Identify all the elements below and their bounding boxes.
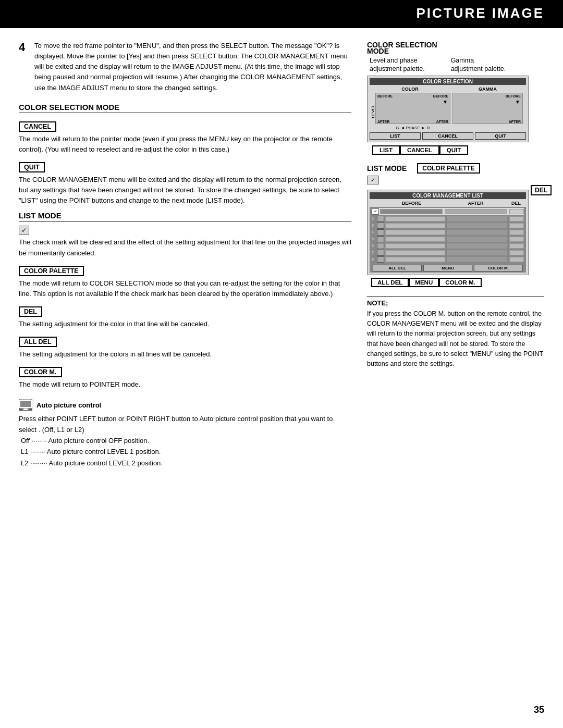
list-mode-section: LIST MODE ✓ The check mark will be clear…	[19, 211, 351, 390]
auto-picture-icon	[19, 399, 32, 411]
lm-swatch-after-8	[447, 257, 507, 262]
lm-swatch-after-2	[447, 216, 507, 221]
cs-inner: COLOR LEVEL BEFORE BEFORE ▼	[370, 87, 526, 130]
color-m-big-btn: COLOR M.	[439, 278, 482, 287]
lm-row-4: 4	[372, 229, 524, 236]
quit-description: The COLOR MANAGEMENT menu will be exited…	[19, 175, 351, 206]
lm-row-8: 8	[372, 256, 524, 263]
lm-check-6	[377, 243, 384, 249]
level-palette-label: Level and phase adjustment palette.	[370, 56, 425, 73]
lm-del-header: DEL	[508, 201, 524, 206]
lm-swatch-after-1	[445, 209, 507, 214]
lm-check-3	[377, 223, 384, 229]
cs-gamma-box: BEFORE ▼ AFTER	[452, 93, 523, 124]
lm-title: COLOR MANAGEMENT LIST	[370, 192, 526, 199]
note-section: NOTE; If you press the COLOR M. button o…	[367, 297, 544, 369]
lm-colorm-inside: COLOR M.	[474, 265, 523, 272]
step-number: 4	[19, 41, 29, 93]
cs-phase-row: G ◄ PHASE ► R	[375, 126, 450, 130]
lm-del-2	[509, 216, 524, 221]
lm-swatch-before-2	[385, 216, 445, 221]
lm-swatch-before-5	[385, 237, 445, 242]
cs-list-btn-inside: LIST	[370, 132, 421, 140]
lm-alldel-inside: ALL DEL	[373, 265, 422, 272]
cs-gamma-panel: GAMMA BEFORE ▼ AFTER	[452, 87, 523, 130]
page-title: PICTURE IMAGE	[0, 5, 544, 21]
lm-del-3	[509, 223, 524, 228]
lm-check-indicator: ✓	[367, 176, 529, 187]
lm-row-7: 7	[372, 250, 524, 256]
lm-swatch-before-1	[380, 209, 443, 214]
step-4-intro: 4 To move the red frame pointer to "MENU…	[19, 41, 351, 93]
lm-swatch-after-5	[447, 237, 507, 242]
check-description: The check mark will be cleared and the e…	[19, 237, 351, 258]
cancel-description: The mode will return to the pointer mode…	[19, 134, 351, 155]
del-description: The setting adjustment for the color in …	[19, 319, 351, 329]
lm-after-header: AFTER	[444, 201, 507, 206]
lm-del-4	[509, 230, 524, 235]
check-icon: ✓	[19, 226, 29, 235]
lm-row-6: 6	[372, 243, 524, 249]
lm-check-4	[377, 229, 384, 236]
del-label-box: DEL	[19, 302, 351, 319]
del-label: DEL	[19, 306, 42, 317]
cancel-bottom-btn: CANCEL	[400, 145, 439, 155]
quit-button-label: QUIT	[19, 158, 351, 175]
lm-check-1: ✓	[372, 208, 379, 215]
color-selection-diagram: COLOR SELECTION COLOR LEVEL BEFORE BEFOR…	[367, 76, 529, 142]
menu-big-btn: MENU	[409, 278, 439, 287]
all-del-description: The setting adjustment for the colors in…	[19, 349, 351, 360]
lm-swatch-before-6	[385, 243, 445, 249]
cs-gamma-header: GAMMA	[452, 87, 523, 92]
lm-del-7	[509, 250, 524, 255]
color-palette-label: COLOR PALETTE	[19, 266, 84, 276]
auto-picture-row: Auto picture control	[19, 399, 351, 411]
lm-del-5	[509, 237, 524, 242]
gamma-after: AFTER	[509, 120, 521, 124]
lm-del-1	[509, 209, 524, 214]
lm-swatch-before-7	[385, 250, 445, 255]
lm-big-labels-row: ALL DEL MENU COLOR M.	[367, 278, 544, 287]
lm-del-8	[509, 257, 524, 262]
svg-rect-1	[20, 401, 31, 407]
color-m-description: The mode will return to POINTER mode.	[19, 379, 351, 390]
lm-check-7	[377, 250, 384, 256]
before-label-left: BEFORE	[377, 94, 393, 98]
palette-labels-row: Level and phase adjustment palette. Gamm…	[367, 56, 544, 73]
lm-swatch-after-6	[447, 243, 507, 249]
auto-pic-l2: L2 ········· Auto picture control LEVEL …	[21, 458, 351, 468]
cs-color-box: BEFORE BEFORE ▼ AFTER AFTER	[375, 93, 450, 124]
level-label-vert: LEVEL	[370, 105, 375, 118]
left-column: 4 To move the red frame pointer to "MENU…	[19, 41, 351, 474]
main-content: 4 To move the red frame pointer to "MENU…	[0, 28, 563, 474]
quit-bottom-btn: QUIT	[439, 145, 468, 155]
gamma-before: BEFORE	[506, 94, 521, 98]
after-label-left: AFTER	[377, 120, 389, 124]
cs-color-panel: COLOR LEVEL BEFORE BEFORE ▼	[370, 87, 450, 130]
right-color-selection-heading: COLOR SELECTION MODE	[367, 41, 544, 55]
cancel-label: CANCEL	[19, 121, 56, 132]
list-bottom-btn: LIST	[372, 145, 400, 155]
lm-menu-inside: MENU	[423, 265, 472, 272]
lm-swatch-before-3	[385, 223, 445, 228]
auto-picture-label: Auto picture control	[36, 401, 101, 409]
auto-picture-text: Press either POINT LEFT button or POINT …	[19, 414, 351, 435]
list-mode-diagram: COLOR MANAGEMENT LIST BEFORE AFTER DEL ✓	[367, 190, 529, 275]
phase-label: ◄ PHASE ►	[401, 126, 425, 130]
color-palette-description: The mode will return to COLOR SELECTION …	[19, 278, 351, 299]
cs-title: COLOR SELECTION	[370, 78, 526, 85]
lm-row-3: 3	[372, 223, 524, 229]
cancel-button-label: CANCEL	[19, 117, 351, 134]
svg-rect-3	[22, 410, 29, 410]
before-label-right: BEFORE	[433, 94, 448, 98]
r-label: R	[427, 126, 430, 130]
auto-picture-list: Off ········ Auto picture control OFF po…	[19, 435, 351, 468]
right-column: COLOR SELECTION MODE Level and phase adj…	[367, 41, 544, 474]
page-number: 35	[534, 705, 544, 715]
lm-del-6	[509, 243, 524, 249]
list-mode-diagram-container: ✓ COLOR MANAGEMENT LIST BEFORE AFTER DEL…	[367, 176, 529, 275]
cs-color-header: COLOR	[370, 87, 450, 92]
auto-pic-off: Off ········ Auto picture control OFF po…	[21, 435, 351, 446]
cs-buttons-inside: LIST CANCEL QUIT	[370, 132, 526, 140]
cs-cancel-btn-inside: CANCEL	[422, 132, 473, 140]
